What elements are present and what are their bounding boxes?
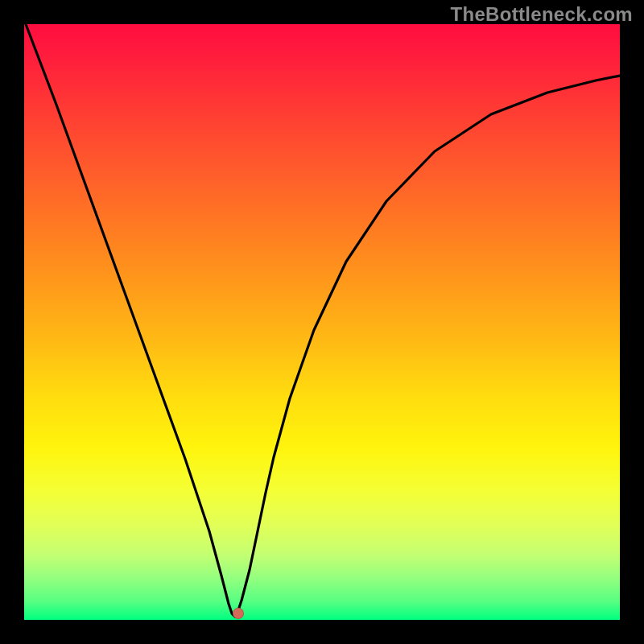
optimal-point-marker bbox=[233, 608, 244, 619]
watermark-text: TheBottleneck.com bbox=[451, 3, 633, 26]
plot-area bbox=[24, 24, 620, 620]
bottleneck-curve bbox=[24, 24, 620, 620]
chart-frame: TheBottleneck.com bbox=[0, 0, 644, 644]
